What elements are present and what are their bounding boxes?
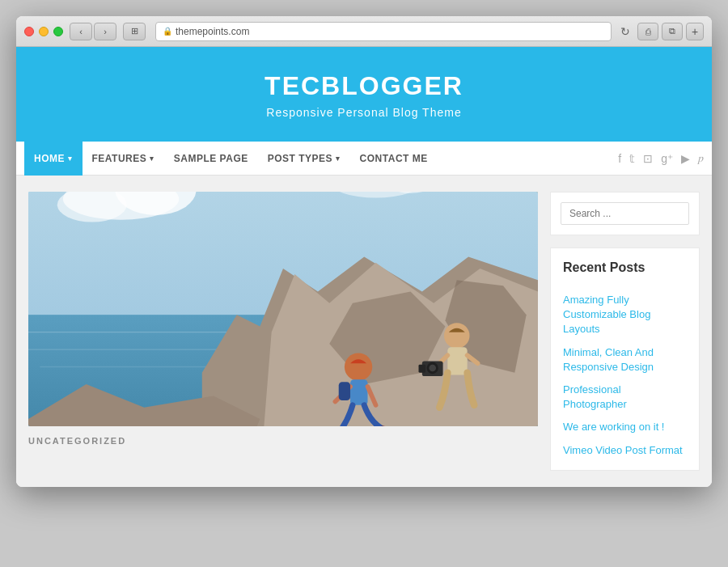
back-button[interactable]: ‹ <box>70 23 92 40</box>
dot-close[interactable] <box>24 27 34 36</box>
twitter-icon[interactable]: 𝕥 <box>629 152 635 165</box>
site-title: TECBLOGGER <box>32 71 696 101</box>
address-bar[interactable]: 🔒 themepoints.com <box>155 22 612 41</box>
nav-item-sample-page[interactable]: SAMPLE PAGE <box>164 142 258 176</box>
browser-window: ‹ › ⊞ 🔒 themepoints.com ↻ ⎙ ⧉ + TECBLOGG… <box>16 16 712 487</box>
instagram-icon[interactable]: ⊡ <box>643 152 653 165</box>
nav-post-types-label: POST TYPES <box>268 153 332 164</box>
nav-contact-label: CONTACT ME <box>360 153 428 164</box>
googleplus-icon[interactable]: g⁺ <box>661 152 673 165</box>
search-input[interactable] <box>561 202 689 225</box>
chevron-icon: ▾ <box>68 154 73 163</box>
sidebar: Recent Posts Amazing Fully Customizable … <box>550 192 700 471</box>
new-tab-button[interactable]: + <box>686 23 704 40</box>
site-navigation: HOME ▾ FEATURES ▾ SAMPLE PAGE POST TYPES… <box>16 142 712 176</box>
featured-image <box>28 192 538 426</box>
recent-posts-title: Recent Posts <box>563 260 687 281</box>
search-widget <box>550 192 700 235</box>
svg-point-29 <box>429 365 436 372</box>
browser-titlebar: ‹ › ⊞ 🔒 themepoints.com ↻ ⎙ ⧉ + <box>16 16 712 47</box>
svg-rect-30 <box>419 365 426 373</box>
dot-minimize[interactable] <box>39 27 49 36</box>
svg-rect-22 <box>339 382 350 400</box>
facebook-icon[interactable]: f <box>618 152 621 165</box>
site-tagline: Responsive Personal Blog Theme <box>32 106 696 119</box>
nav-menu: HOME ▾ FEATURES ▾ SAMPLE PAGE POST TYPES… <box>24 142 618 176</box>
tab-button[interactable]: ⧉ <box>662 23 683 40</box>
dot-maximize[interactable] <box>53 27 63 36</box>
pinterest-icon[interactable]: 𝑝 <box>698 151 704 165</box>
nav-social-icons: f 𝕥 ⊡ g⁺ ▶ 𝑝 <box>618 151 704 165</box>
post-category: UNCATEGORIZED <box>28 436 538 446</box>
nav-sample-label: SAMPLE PAGE <box>174 153 248 164</box>
forward-button[interactable]: › <box>94 23 116 40</box>
nav-features-label: FEATURES <box>92 153 147 164</box>
url-text: themepoints.com <box>176 26 249 37</box>
nav-item-contact[interactable]: CONTACT ME <box>350 142 438 176</box>
svg-point-23 <box>444 323 470 349</box>
recent-posts-widget: Recent Posts Amazing Fully Customizable … <box>550 248 700 471</box>
content-area: UNCATEGORIZED <box>28 192 538 471</box>
recent-post-item-1[interactable]: Amazing Fully Customizable Blog Layouts <box>563 293 687 337</box>
lock-icon: 🔒 <box>163 27 172 36</box>
share-button[interactable]: ⎙ <box>637 23 658 40</box>
recent-post-item-5[interactable]: Vimeo Video Post Format <box>563 443 687 458</box>
site-header: TECBLOGGER Responsive Personal Blog Them… <box>16 47 712 142</box>
main-content: UNCATEGORIZED Recent Posts Amazing Fully… <box>16 176 712 487</box>
recent-post-item-3[interactable]: Professional Photographer <box>563 383 687 412</box>
svg-rect-17 <box>350 379 367 405</box>
browser-nav-buttons: ‹ › <box>70 23 116 40</box>
window-icon-button[interactable]: ⊞ <box>123 23 146 40</box>
reload-button[interactable]: ↻ <box>616 23 634 40</box>
browser-dots <box>24 27 63 36</box>
chevron-icon: ▾ <box>336 154 341 163</box>
website-content: TECBLOGGER Responsive Personal Blog Them… <box>16 47 712 487</box>
youtube-icon[interactable]: ▶ <box>681 152 690 165</box>
browser-actions: ⎙ ⧉ <box>637 23 683 40</box>
svg-rect-24 <box>447 347 467 374</box>
recent-post-item-4[interactable]: We are working on it ! <box>563 420 687 434</box>
nav-item-post-types[interactable]: POST TYPES ▾ <box>258 142 350 176</box>
chevron-icon: ▾ <box>150 154 154 163</box>
svg-point-16 <box>345 353 372 380</box>
nav-item-home[interactable]: HOME ▾ <box>24 142 83 176</box>
nav-item-features[interactable]: FEATURES ▾ <box>83 142 164 176</box>
nav-home-label: HOME <box>34 153 65 164</box>
recent-post-item-2[interactable]: Minimal, Clean And Responsive Design <box>563 345 687 374</box>
